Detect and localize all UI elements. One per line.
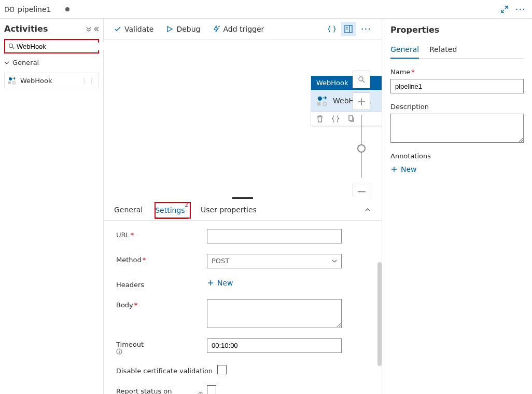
prop-name-label: Name [390,68,410,76]
timeout-label: Timeout [116,341,144,348]
chevrons-down-icon[interactable] [86,26,92,32]
info-icon[interactable] [116,348,207,355]
prop-desc-label: Description [390,103,524,111]
settings-form: URL* Method* POST Headers New Body* [104,221,382,395]
plus-icon [207,279,214,287]
chevron-down-icon [4,60,9,65]
zoom-slider-handle[interactable] [357,144,366,153]
webhook-icon [8,76,16,85]
add-header-button[interactable]: New [207,279,233,287]
pipeline-tab-title: pipeline1 [18,5,51,13]
prop-tab-general[interactable]: General [390,41,419,59]
svg-rect-15 [349,116,353,120]
pipeline-tab[interactable]: pipeline1 [0,5,104,13]
svg-line-4 [12,47,14,49]
method-value: POST [212,257,229,265]
prop-desc-input[interactable] [390,114,524,143]
plus-icon [390,166,398,173]
webhook-node-type: WebHook [311,76,382,90]
svg-rect-13 [317,102,320,106]
play-icon [166,25,173,33]
activities-search-input[interactable] [17,43,104,50]
zoom-out-button[interactable]: − [353,183,370,197]
chevron-down-icon [332,259,337,264]
prop-name-input[interactable] [390,79,524,93]
svg-point-25 [119,349,120,350]
check-icon [114,25,121,33]
bottom-tabs: General Settings2 User properties [104,200,382,221]
properties-panel: Properties General Related Name* Descrip… [382,19,532,394]
tab-user-properties[interactable]: User properties [201,201,257,218]
method-label: Method [116,256,142,264]
svg-point-3 [9,44,13,48]
svg-point-7 [13,81,16,84]
svg-point-14 [323,102,327,106]
collapse-left-icon[interactable] [93,26,99,32]
body-input[interactable] [207,299,342,328]
search-icon [8,43,15,49]
pipeline-icon [5,6,15,13]
general-section-toggle[interactable]: General [4,59,99,66]
properties-toggle-button[interactable] [341,22,356,36]
svg-point-12 [318,97,322,101]
collapse-panel-icon[interactable] [364,206,371,213]
prop-ann-label: Annotations [390,152,524,160]
add-header-label: New [217,279,233,287]
activities-title: Activities [4,24,48,34]
url-label: URL [116,231,130,239]
scrollbar[interactable] [377,262,382,366]
general-section-label: General [12,59,39,66]
tab-settings-badge: 2 [185,202,188,208]
disable-cert-label: Disable certificate validation [116,367,213,375]
validate-button[interactable]: Validate [114,25,153,33]
more-icon[interactable]: ··· [515,4,526,15]
activity-webhook-item[interactable]: WebHook ⋮⋮ [4,73,99,88]
svg-rect-0 [5,7,8,11]
debug-label: Debug [176,25,200,33]
tab-settings[interactable]: Settings2 [155,201,188,219]
svg-line-21 [362,80,365,83]
activities-search[interactable] [4,39,99,53]
more-icon[interactable]: ··· [361,23,371,34]
pipeline-canvas[interactable]: WebHook WebHook1 [104,39,382,197]
expand-icon[interactable] [501,6,508,13]
zoom-slider[interactable] [361,115,362,178]
validate-label: Validate [124,25,153,33]
braces-icon[interactable] [332,115,339,123]
add-annotation-button[interactable]: New [390,165,524,173]
report-status-label: Report status on callback [116,387,178,395]
svg-point-5 [9,77,12,80]
activity-webhook-label: WebHook [20,77,52,85]
fit-to-screen-button[interactable] [353,71,370,88]
drag-grip-icon[interactable]: ⋮⋮ [81,77,95,85]
webhook-icon [316,95,328,106]
disable-cert-checkbox[interactable] [217,365,227,374]
webhook-node[interactable]: WebHook WebHook1 [311,76,382,126]
timeout-input[interactable] [207,338,342,353]
url-input[interactable] [207,229,342,243]
info-icon[interactable] [198,392,204,395]
method-select[interactable]: POST [207,254,342,268]
zoom-in-button[interactable]: + [353,92,370,110]
svg-point-20 [359,77,363,81]
prop-tab-related[interactable]: Related [429,41,457,58]
canvas-toolbar: Validate Debug Add trigger ··· [104,19,382,39]
body-label: Body [116,301,133,309]
svg-rect-1 [10,7,13,11]
braces-icon[interactable] [328,25,336,33]
add-annotation-label: New [401,165,417,173]
delete-icon[interactable] [316,115,324,123]
headers-label: Headers [116,281,144,289]
report-status-checkbox[interactable] [207,385,216,395]
activities-sidebar: Activities General [0,19,104,394]
add-trigger-button[interactable]: Add trigger [213,25,264,33]
svg-rect-6 [8,81,11,84]
tab-general[interactable]: General [114,201,143,218]
debug-button[interactable]: Debug [166,25,200,33]
trigger-icon [213,25,220,33]
properties-title: Properties [390,25,524,35]
add-trigger-label: Add trigger [223,25,264,33]
unsaved-indicator-icon [65,7,69,11]
tab-settings-label: Settings [155,206,185,214]
